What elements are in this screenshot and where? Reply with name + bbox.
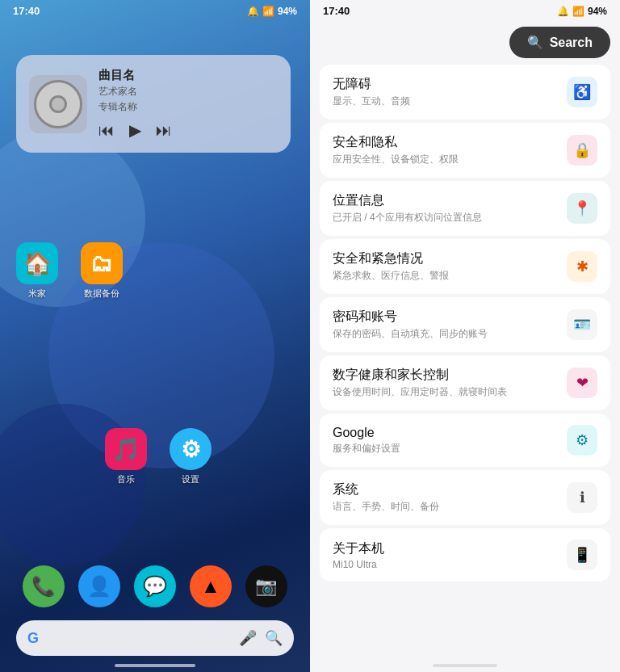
status-bar-left: 17:40 🔔 📶 94% xyxy=(0,0,310,22)
dock-contacts[interactable]: 👤 xyxy=(78,565,120,607)
music-widget: 曲目名 艺术家名 专辑名称 ⏮ ▶ ⏭ xyxy=(16,55,291,153)
settings-item-emergency[interactable]: 安全和紧急情况 紧急求救、医疗信息、警报 ✱ xyxy=(320,239,610,294)
app-mijia[interactable]: 🏠 米家 xyxy=(16,242,58,300)
item-sub-location: 已开启 / 4个应用有权访问位置信息 xyxy=(333,211,559,225)
app-music-label: 音乐 xyxy=(117,473,135,485)
item-sub-emergency: 紧急求救、医疗信息、警报 xyxy=(333,269,559,283)
track-name: 曲目名 xyxy=(98,68,278,83)
item-sub-about: Mi10 Ultra xyxy=(333,559,559,570)
mic-icon[interactable]: 🎤 xyxy=(239,629,257,647)
item-sub-security: 应用安全性、设备锁定、权限 xyxy=(333,153,559,166)
password-icon: 🪪 xyxy=(567,309,597,340)
accessibility-icon: ♿ xyxy=(567,77,597,107)
settings-item-about[interactable]: 关于本机 Mi10 Ultra 📱 xyxy=(320,528,610,582)
scroll-indicator xyxy=(433,664,497,667)
album-name: 专辑名称 xyxy=(98,100,278,114)
music-info: 曲目名 艺术家名 专辑名称 ⏮ ▶ ⏭ xyxy=(98,68,278,140)
search-icon: 🔍 xyxy=(527,35,543,50)
item-title-health: 数字健康和家长控制 xyxy=(333,367,559,384)
health-icon: ❤ xyxy=(567,368,597,398)
lens-icon[interactable]: 🔍 xyxy=(265,629,283,647)
item-title-password: 密码和账号 xyxy=(333,309,559,326)
home-screen: 17:40 🔔 📶 94% 曲目名 艺术家名 专辑名称 ⏮ ▶ ⏭ 🏠 xyxy=(0,0,310,672)
search-button-wrap: 🔍 Search xyxy=(310,22,620,61)
home-search-bar[interactable]: G 🎤 🔍 xyxy=(16,620,294,656)
music-controls: ⏮ ▶ ⏭ xyxy=(98,120,278,140)
prev-button[interactable]: ⏮ xyxy=(98,121,115,140)
item-sub-system: 语言、手势、时间、备份 xyxy=(333,500,559,514)
status-bar-right: 17:40 🔔 📶 94% xyxy=(310,0,620,22)
artist-name: 艺术家名 xyxy=(98,85,278,99)
time-right: 17:40 xyxy=(323,5,350,17)
google-settings-icon: ⚙ xyxy=(567,425,597,456)
settings-item-accessibility[interactable]: 无障碍 显示、互动、音频 ♿ xyxy=(320,65,610,120)
battery-left: 94% xyxy=(278,6,297,17)
app-music[interactable]: 🎵 音乐 xyxy=(105,428,147,485)
settings-item-google[interactable]: Google 服务和偏好设置 ⚙ xyxy=(320,414,610,467)
play-button[interactable]: ▶ xyxy=(129,120,141,140)
app-mijia-label: 米家 xyxy=(28,288,46,300)
about-icon: 📱 xyxy=(567,540,597,570)
location-icon: 📍 xyxy=(567,193,597,224)
wifi-icon-right: 📶 xyxy=(572,6,584,17)
item-title-about: 关于本机 xyxy=(333,540,559,557)
item-sub-password: 保存的密码、自动填充、同步的账号 xyxy=(333,327,559,341)
time-left: 17:40 xyxy=(13,5,40,17)
settings-item-security-privacy[interactable]: 安全和隐私 应用安全性、设备锁定、权限 🔒 xyxy=(320,123,610,178)
item-title-security: 安全和隐私 xyxy=(333,134,559,151)
settings-item-system[interactable]: 系统 语言、手势、时间、备份 ℹ xyxy=(320,470,610,525)
emergency-icon: ✱ xyxy=(567,251,597,282)
next-button[interactable]: ⏭ xyxy=(156,121,172,140)
home-indicator[interactable] xyxy=(115,664,195,667)
settings-panel: 17:40 🔔 📶 94% 🔍 Search 无障碍 显示、互动、音频 ♿ 安全… xyxy=(310,0,620,672)
item-title-emergency: 安全和紧急情况 xyxy=(333,250,559,267)
dock-messages[interactable]: 💬 xyxy=(134,565,176,607)
item-title-accessibility: 无障碍 xyxy=(333,76,559,93)
item-title-google: Google xyxy=(333,426,559,440)
app-backup[interactable]: 🗂 数据备份 xyxy=(81,242,123,300)
google-logo: G xyxy=(27,630,39,647)
settings-item-digital-health[interactable]: 数字健康和家长控制 设备使用时间、应用定时器、就寝时间表 ❤ xyxy=(320,355,610,410)
mute-icon: 🔔 xyxy=(247,6,259,17)
search-button[interactable]: 🔍 Search xyxy=(509,27,610,58)
wifi-icon: 📶 xyxy=(262,6,274,17)
dock-maps[interactable]: ▲ xyxy=(190,565,232,607)
dock-camera[interactable]: 📷 xyxy=(245,565,287,607)
item-sub-google: 服务和偏好设置 xyxy=(333,442,559,456)
app-row-1: 🏠 米家 🗂 数据备份 xyxy=(16,242,123,300)
settings-list: 无障碍 显示、互动、音频 ♿ 安全和隐私 应用安全性、设备锁定、权限 🔒 位置信… xyxy=(310,61,620,659)
app-settings[interactable]: ⚙ 设置 xyxy=(170,428,212,485)
album-art xyxy=(29,75,87,133)
search-label: Search xyxy=(550,36,593,50)
app-row-2: 🎵 音乐 ⚙ 设置 xyxy=(105,428,212,485)
dock: 📞 👤 💬 ▲ 📷 xyxy=(16,565,294,607)
settings-item-password[interactable]: 密码和账号 保存的密码、自动填充、同步的账号 🪪 xyxy=(320,297,610,352)
item-title-location: 位置信息 xyxy=(333,192,559,209)
item-sub-health: 设备使用时间、应用定时器、就寝时间表 xyxy=(333,385,559,399)
dock-phone[interactable]: 📞 xyxy=(23,565,65,607)
battery-right: 94% xyxy=(588,6,607,17)
item-title-system: 系统 xyxy=(333,481,559,498)
settings-item-location[interactable]: 位置信息 已开启 / 4个应用有权访问位置信息 📍 xyxy=(320,181,610,236)
item-sub-accessibility: 显示、互动、音频 xyxy=(333,94,559,108)
app-settings-label: 设置 xyxy=(182,473,199,485)
app-backup-label: 数据备份 xyxy=(84,288,119,300)
system-icon: ℹ xyxy=(567,482,597,513)
mute-icon-right: 🔔 xyxy=(557,6,569,17)
security-icon: 🔒 xyxy=(567,135,597,166)
